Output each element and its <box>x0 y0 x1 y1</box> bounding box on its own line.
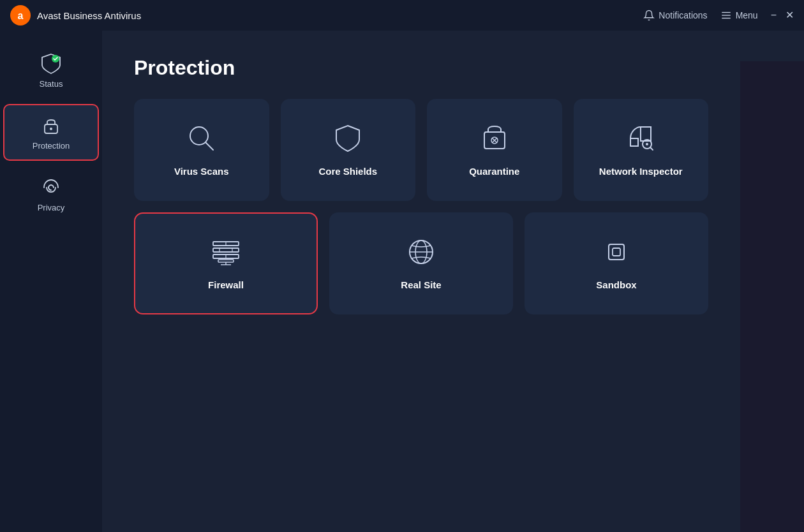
svg-line-9 <box>205 142 213 150</box>
network-inspector-label: Network Inspector <box>599 165 683 178</box>
core-shields-label: Core Shields <box>318 165 377 178</box>
virus-scans-card[interactable]: Virus Scans <box>134 99 269 201</box>
svg-rect-30 <box>613 248 620 256</box>
quarantine-card[interactable]: Quarantine <box>427 99 562 201</box>
shield-check-icon <box>40 52 63 75</box>
sidebar-item-privacy[interactable]: Privacy <box>3 167 99 221</box>
fingerprint-icon <box>40 176 63 199</box>
svg-rect-29 <box>609 244 624 260</box>
sidebar-protection-label: Protection <box>33 141 70 151</box>
right-panel <box>740 61 804 532</box>
svg-point-15 <box>646 143 648 145</box>
virus-scans-label: Virus Scans <box>174 165 229 178</box>
notifications-label: Notifications <box>659 10 707 20</box>
window-controls: − ✕ <box>771 10 794 20</box>
svg-rect-23 <box>218 260 234 262</box>
close-button[interactable]: ✕ <box>785 10 794 20</box>
titlebar-right: Notifications Menu − ✕ <box>643 10 794 21</box>
svg-point-7 <box>50 128 52 130</box>
protection-grid-row2: Firewall Real Site <box>134 212 708 314</box>
lock-icon <box>40 114 63 137</box>
sidebar-item-status[interactable]: Status <box>3 43 99 98</box>
menu-label: Menu <box>736 10 758 20</box>
protection-grid-row1: Virus Scans Core Shields <box>134 99 708 201</box>
firewall-label: Firewall <box>208 279 244 292</box>
sidebar-status-label: Status <box>40 79 63 89</box>
svg-text:a: a <box>18 10 24 21</box>
sandbox-icon <box>600 235 633 269</box>
globe-icon <box>405 235 438 269</box>
sidebar: Status Protection Privacy <box>0 31 102 532</box>
firewall-icon <box>209 235 242 269</box>
app-title: Avast Business Antivirus <box>37 10 141 21</box>
sandbox-card[interactable]: Sandbox <box>525 212 708 314</box>
sidebar-item-protection[interactable]: Protection <box>3 104 99 161</box>
firewall-card[interactable]: Firewall <box>134 212 318 314</box>
main-content: Protection Virus Scans Core Shi <box>102 31 804 532</box>
protection-grid: Virus Scans Core Shields <box>134 99 772 314</box>
sidebar-privacy-label: Privacy <box>38 203 65 212</box>
svg-rect-17 <box>213 248 239 252</box>
network-inspector-card[interactable]: Network Inspector <box>574 99 709 201</box>
quarantine-icon <box>478 122 511 155</box>
search-virus-icon <box>185 122 218 155</box>
menu-button[interactable]: Menu <box>720 10 758 21</box>
titlebar-left: a Avast Business Antivirus <box>10 5 141 26</box>
sandbox-label: Sandbox <box>596 279 636 292</box>
page-title: Protection <box>134 56 772 80</box>
real-site-card[interactable]: Real Site <box>329 212 513 314</box>
quarantine-label: Quarantine <box>469 165 519 178</box>
network-inspector-icon <box>624 122 657 155</box>
shield-icon <box>331 122 364 155</box>
core-shields-card[interactable]: Core Shields <box>281 99 416 201</box>
minimize-button[interactable]: − <box>771 10 777 20</box>
menu-icon <box>720 10 732 21</box>
avast-logo-icon: a <box>10 5 31 26</box>
app-body: Status Protection Privacy Protection <box>0 31 804 532</box>
bell-icon <box>643 10 655 21</box>
real-site-label: Real Site <box>401 279 441 292</box>
notifications-button[interactable]: Notifications <box>643 10 707 21</box>
titlebar: a Avast Business Antivirus Notifications… <box>0 0 804 31</box>
